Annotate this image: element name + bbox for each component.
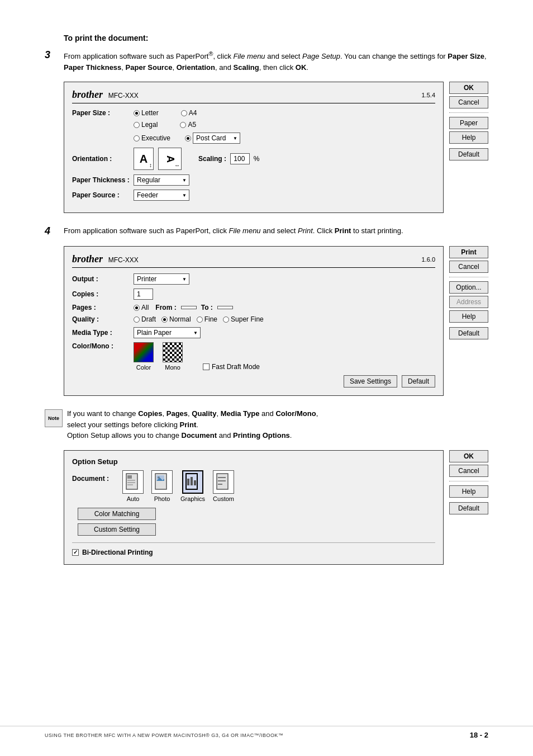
dialog2-default2-button[interactable]: Default: [449, 327, 488, 339]
option-ok-button[interactable]: OK: [449, 450, 488, 462]
option-title: Option Setup: [72, 457, 435, 466]
media-type-select[interactable]: Plain Paper: [134, 327, 201, 338]
pages-all-circle[interactable]: [134, 305, 140, 311]
postcard-select[interactable]: Post Card: [193, 133, 240, 144]
quality-normal-label: Normal: [169, 315, 191, 323]
radio-legal-circle[interactable]: [134, 122, 140, 128]
radio-a4[interactable]: A4: [181, 109, 197, 117]
dialog1-box: brother MFC-XXX 1.5.4 Paper Size : Lette…: [64, 82, 444, 213]
doc-graphics-icon[interactable]: [182, 470, 203, 494]
media-type-row: Media Type : Plain Paper: [72, 327, 435, 338]
dialog2-option-button[interactable]: Option...: [449, 281, 488, 294]
mono-swatch[interactable]: [163, 342, 183, 362]
radio-letter-circle[interactable]: [134, 110, 140, 116]
orient-landscape-letter: A: [164, 155, 176, 163]
dialog1-default-button[interactable]: Default: [449, 148, 488, 160]
pages-from-label: From :: [155, 304, 176, 311]
bidirectional-checkbox[interactable]: [72, 549, 79, 556]
scaling-unit: %: [254, 155, 260, 163]
quality-draft[interactable]: Draft: [134, 315, 156, 323]
dialog1-help-button[interactable]: Help: [449, 131, 488, 144]
quality-fine[interactable]: Fine: [197, 315, 217, 323]
color-matching-button[interactable]: Color Matching: [78, 508, 156, 520]
orient-landscape[interactable]: A ↔: [158, 148, 182, 170]
bidirectional-label: Bi-Directional Printing: [82, 549, 153, 556]
option-divider: [449, 481, 488, 481]
dialog2-box: brother MFC-XXX 1.6.0 Output : Printer C…: [64, 246, 444, 396]
paper-thickness-select[interactable]: Regular: [134, 174, 189, 186]
paper-size-label: Paper Size :: [72, 109, 134, 117]
dialog2-wrapper: brother MFC-XXX 1.6.0 Output : Printer C…: [64, 246, 488, 396]
dialog1-paper-button[interactable]: Paper: [449, 117, 488, 129]
radio-a4-circle[interactable]: [181, 110, 187, 116]
orient-landscape-arrow: ↔: [174, 162, 180, 168]
pages-to-label: To :: [201, 304, 213, 311]
radio-postcard-circle[interactable]: [185, 135, 191, 141]
pages-all-radio[interactable]: All: [134, 304, 149, 311]
copies-input[interactable]: 1: [134, 289, 153, 300]
dialog1-cancel-button[interactable]: Cancel: [449, 96, 488, 108]
quality-normal-circle[interactable]: [161, 316, 168, 323]
option-default-button[interactable]: Default: [449, 502, 488, 514]
quality-fine-circle[interactable]: [197, 316, 203, 323]
color-mono-label: Color/Mono :: [72, 342, 134, 350]
dialog2-print-button[interactable]: Print: [449, 246, 488, 258]
dialog1-ok-button[interactable]: OK: [449, 82, 488, 94]
radio-a5[interactable]: A5: [180, 121, 196, 129]
orient-portrait[interactable]: A ↕: [134, 148, 154, 170]
doc-auto-icon[interactable]: [122, 470, 144, 494]
media-type-label: Media Type :: [72, 329, 134, 337]
radio-legal[interactable]: Legal: [134, 121, 158, 129]
quality-superfine[interactable]: Super Fine: [223, 315, 264, 323]
fast-draft-checkbox[interactable]: [203, 363, 210, 370]
orient-portrait-arrow: ↕: [149, 162, 152, 168]
radio-a5-circle[interactable]: [180, 122, 186, 128]
radio-executive[interactable]: Executive: [134, 134, 170, 142]
save-settings-button[interactable]: Save Settings: [344, 375, 397, 388]
quality-normal[interactable]: Normal: [161, 315, 191, 323]
fast-draft-checkbox-row[interactable]: Fast Draft Mode: [203, 363, 260, 371]
radio-letter[interactable]: Letter: [134, 109, 159, 117]
option-cancel-button[interactable]: Cancel: [449, 465, 488, 477]
radio-postcard[interactable]: Post Card: [185, 133, 240, 144]
paper-thickness-label: Paper Thickness :: [72, 176, 134, 184]
pages-from-input[interactable]: [181, 306, 197, 309]
orient-portrait-letter: A: [140, 153, 147, 166]
orientation-row: Orientation : A ↕ A ↔ Scaling : 100 %: [72, 148, 435, 170]
step4-text: From application software such as PaperP…: [64, 225, 488, 237]
pages-row: Pages : All From : To :: [72, 304, 435, 311]
document-row: Document : Auto: [72, 470, 435, 508]
dialog2-brand-group: brother MFC-XXX: [72, 253, 139, 265]
quality-label: Quality :: [72, 315, 134, 323]
scaling-input[interactable]: 100: [230, 153, 250, 164]
doc-custom-wrapper[interactable]: Custom: [213, 470, 234, 502]
doc-graphics-wrapper[interactable]: Graphics: [180, 470, 205, 502]
mono-icon-wrapper[interactable]: Mono: [163, 342, 183, 371]
dialog2-cancel-button[interactable]: Cancel: [449, 261, 488, 273]
orientation-label: Orientation :: [72, 155, 134, 163]
doc-auto-wrapper[interactable]: Auto: [122, 470, 144, 502]
quality-superfine-label: Super Fine: [231, 315, 264, 323]
quality-draft-label: Draft: [141, 315, 156, 323]
color-icon-wrapper[interactable]: Color: [134, 342, 154, 371]
step4-number: 4: [45, 225, 60, 237]
quality-superfine-circle[interactable]: [223, 316, 229, 323]
pages-to-input[interactable]: [217, 306, 233, 309]
dialog2-help-button[interactable]: Help: [449, 310, 488, 323]
dialog1-buttons: OK Cancel Paper Help Default: [449, 82, 488, 160]
custom-setting-button[interactable]: Custom Setting: [78, 523, 156, 536]
doc-custom-icon[interactable]: [213, 470, 234, 494]
dialog2-address-button[interactable]: Address: [449, 296, 488, 308]
option-help-button[interactable]: Help: [449, 485, 488, 498]
doc-photo-icon[interactable]: [151, 470, 173, 494]
scaling-group: Scaling : 100 %: [198, 153, 259, 164]
doc-icons-row: Auto Photo: [122, 470, 234, 502]
radio-executive-circle[interactable]: [134, 135, 140, 141]
output-select[interactable]: Printer: [134, 273, 189, 285]
dialog2-default-button[interactable]: Default: [402, 375, 435, 388]
color-swatch[interactable]: [134, 342, 154, 362]
doc-photo-wrapper[interactable]: Photo: [151, 470, 173, 502]
quality-draft-circle[interactable]: [134, 316, 140, 323]
paper-source-select[interactable]: Feeder: [134, 190, 189, 201]
page-footer: USING THE BROTHER MFC WITH A NEW POWER M…: [0, 726, 533, 739]
